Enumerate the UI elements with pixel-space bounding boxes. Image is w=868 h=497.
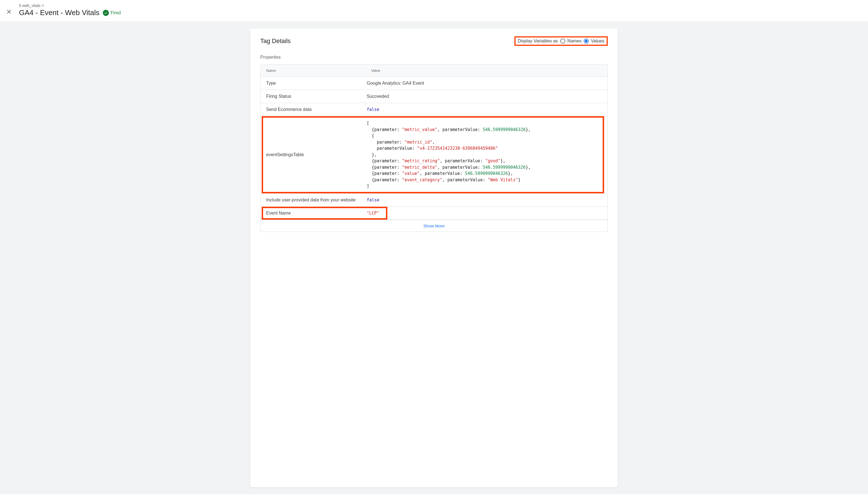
close-button[interactable] xyxy=(5,9,12,16)
row-name: Send Ecommerce data xyxy=(261,103,365,116)
radio-values-label: Values xyxy=(591,39,604,44)
row-name: Type xyxy=(261,77,365,90)
radio-values[interactable] xyxy=(584,39,589,44)
tag-details-panel: Tag Details Display Variables as Names V… xyxy=(250,28,618,487)
radio-names-label: Names xyxy=(567,39,582,44)
radio-names[interactable] xyxy=(560,39,565,44)
breadcrumb[interactable]: 5 web_vitals > xyxy=(19,3,121,8)
row-name: eventSettingsTable xyxy=(261,148,365,161)
display-variables-toggle: Display Variables as Names Values xyxy=(515,36,608,46)
table-row-send-ecommerce: Send Ecommerce data false xyxy=(261,103,607,116)
table-row-event-name: Event Name "LCP" xyxy=(261,207,607,220)
row-value: false xyxy=(365,194,607,207)
close-icon xyxy=(5,9,12,15)
properties-table: Name Value Type Google Analytics: GA4 Ev… xyxy=(260,64,608,232)
table-row-event-settings: eventSettingsTable [ {parameter: "metric… xyxy=(261,116,607,194)
column-header-name: Name xyxy=(261,65,365,76)
row-name: Event Name xyxy=(261,207,365,219)
fired-badge: Fired xyxy=(103,10,121,16)
fired-label: Fired xyxy=(111,10,121,15)
row-value: "LCP" xyxy=(365,207,607,219)
properties-section-title: Properties xyxy=(260,55,608,60)
row-value: Succeeded xyxy=(365,90,607,103)
table-row-firing-status: Firing Status Succeeded xyxy=(261,90,607,103)
row-name: Firing Status xyxy=(261,90,365,103)
row-name: Include user-provided data from your web… xyxy=(261,194,365,207)
check-circle-icon xyxy=(103,10,109,16)
page-title: GA4 - Event - Web Vitals xyxy=(19,9,99,17)
row-value-code: [ {parameter: "metric_value", parameterV… xyxy=(365,116,607,193)
row-value: false xyxy=(365,103,607,116)
show-more-button[interactable]: Show More xyxy=(261,220,607,231)
table-row-type: Type Google Analytics: GA4 Event xyxy=(261,77,607,90)
panel-title: Tag Details xyxy=(260,38,291,45)
row-value: Google Analytics: GA4 Event xyxy=(365,77,607,90)
column-header-value: Value xyxy=(365,65,607,76)
display-toggle-label: Display Variables as xyxy=(518,39,558,44)
table-row-include-user-data: Include user-provided data from your web… xyxy=(261,194,607,207)
